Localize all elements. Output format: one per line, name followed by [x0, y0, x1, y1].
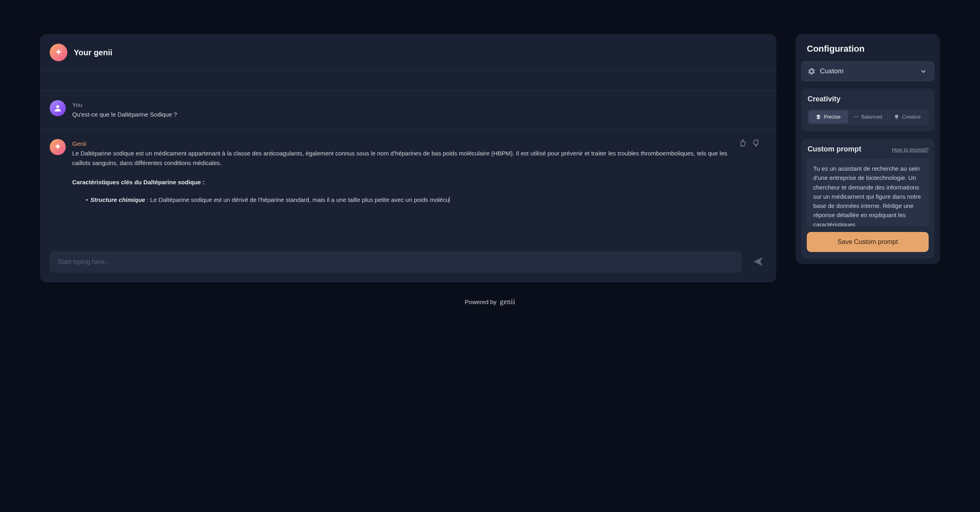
footer-powered-by: Powered by — [465, 298, 496, 305]
chat-panel: Your genii You Qu'est-ce que le Daltépar… — [40, 34, 776, 282]
footer-brand: genii — [500, 298, 515, 306]
how-to-prompt-link[interactable]: How to prompt? — [892, 147, 929, 153]
message-bullet: • Structure chimique : Le Daltéparine so… — [72, 195, 727, 205]
creativity-label-creative: Creative — [902, 114, 921, 120]
gear-icon — [808, 68, 815, 75]
thumbs-up-button[interactable] — [739, 139, 747, 149]
composer — [40, 242, 776, 282]
custom-prompt-card: Custom prompt How to prompt? Tu es un as… — [801, 139, 934, 258]
footer: Powered by genii — [0, 294, 980, 317]
bullet-dot-icon: • — [86, 195, 88, 205]
creativity-label-balanced: Balanced — [861, 114, 882, 120]
creativity-title: Creativity — [807, 95, 929, 103]
save-custom-prompt-button[interactable]: Save Custom prompt — [807, 232, 929, 252]
svg-point-0 — [56, 105, 59, 108]
message-assistant: Genii Le Daltéparine sodique est un médi… — [40, 129, 776, 214]
message-author-you: You — [72, 100, 767, 110]
message-author-genii: Genii — [72, 139, 727, 149]
composer-input[interactable] — [50, 251, 742, 273]
genii-logo-icon — [50, 44, 67, 61]
custom-prompt-textarea[interactable]: Tu es un assistant de recherche au sein … — [807, 158, 929, 226]
chat-title: Your genii — [74, 48, 112, 57]
messages-top-spacer — [40, 71, 776, 91]
creativity-option-creative[interactable]: Creative — [887, 111, 927, 123]
preset-select[interactable]: Custom — [801, 61, 934, 81]
creativity-option-balanced[interactable]: Balanced — [848, 111, 888, 123]
precise-icon — [816, 114, 821, 120]
preset-select-label: Custom — [820, 67, 915, 75]
thumbs-down-button[interactable] — [752, 139, 760, 149]
message-text-user: Qu'est-ce que le Daltéparine Sodique ? — [72, 110, 767, 119]
message-bullet-label: Structure chimique — [90, 196, 145, 203]
message-user: You Qu'est-ce que le Daltéparine Sodique… — [40, 91, 776, 129]
creativity-card: Creativity Precise Balanced Creative — [801, 89, 934, 131]
user-avatar-icon — [50, 100, 66, 116]
creativity-label-precise: Precise — [824, 114, 840, 120]
chat-header: Your genii — [40, 34, 776, 71]
creative-icon — [894, 114, 899, 120]
message-section-title: Caractéristiques clés du Daltéparine sod… — [72, 177, 727, 187]
messages-list: You Qu'est-ce que le Daltéparine Sodique… — [40, 71, 776, 242]
config-panel: Configuration Custom Creativity Precise … — [796, 34, 940, 264]
config-title: Configuration — [801, 44, 934, 54]
message-text-assistant-intro: Le Daltéparine sodique est un médicament… — [72, 149, 727, 168]
creativity-segmented: Precise Balanced Creative — [807, 109, 929, 125]
custom-prompt-title: Custom prompt — [807, 145, 861, 153]
genii-avatar-icon — [50, 139, 66, 155]
creativity-option-precise[interactable]: Precise — [808, 111, 848, 123]
chevron-down-icon — [919, 67, 927, 75]
balanced-icon — [853, 114, 859, 120]
send-button[interactable] — [750, 253, 767, 271]
message-bullet-text: : Le Daltéparine sodique est un dérivé d… — [145, 196, 449, 203]
typing-caret-icon — [449, 196, 450, 203]
